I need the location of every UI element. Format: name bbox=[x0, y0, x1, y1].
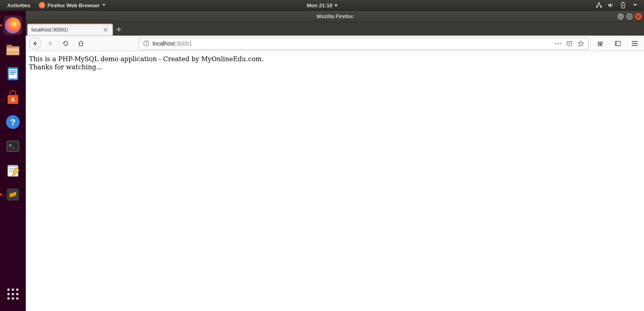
browser-tab[interactable]: localhost:30001/ bbox=[27, 23, 113, 35]
battery-icon[interactable] bbox=[620, 2, 626, 8]
svg-point-32 bbox=[560, 43, 561, 44]
maximize-button[interactable] bbox=[626, 13, 633, 20]
new-tab-button[interactable] bbox=[113, 23, 125, 35]
chevron-down-icon[interactable] bbox=[632, 2, 638, 8]
activities-button[interactable]: Activities bbox=[3, 2, 35, 8]
arrow-left-icon bbox=[32, 40, 38, 47]
svg-rect-0 bbox=[598, 2, 600, 4]
back-button[interactable] bbox=[29, 37, 41, 50]
tab-title: localhost:30001/ bbox=[31, 27, 68, 33]
svg-rect-12 bbox=[10, 72, 16, 73]
close-icon bbox=[104, 28, 108, 32]
pocket-icon bbox=[566, 40, 573, 47]
reload-button[interactable] bbox=[60, 37, 72, 50]
hamburger-icon bbox=[632, 41, 638, 46]
clock-text: Mon 21:10 bbox=[307, 2, 333, 8]
url-port: :30001 bbox=[175, 40, 192, 47]
home-button[interactable] bbox=[75, 37, 87, 50]
app-menu-label: Firefox Web Browser bbox=[48, 2, 100, 8]
shopping-bag-icon: A bbox=[5, 90, 21, 106]
terminal-icon: >_ bbox=[5, 138, 21, 154]
svg-rect-35 bbox=[601, 41, 603, 46]
document-icon bbox=[5, 66, 21, 82]
svg-rect-40 bbox=[632, 45, 638, 46]
chevron-down-icon bbox=[102, 4, 106, 6]
svg-rect-29 bbox=[146, 43, 146, 45]
url-bar[interactable]: localhost:30001 bbox=[139, 37, 588, 50]
launcher-files[interactable] bbox=[3, 40, 23, 59]
svg-rect-13 bbox=[10, 74, 14, 75]
sidebar-button[interactable] bbox=[612, 37, 624, 50]
svg-rect-39 bbox=[632, 43, 638, 44]
launcher-firefox[interactable] bbox=[3, 16, 23, 35]
minimize-button[interactable] bbox=[617, 13, 624, 20]
system-tray bbox=[596, 2, 641, 8]
menu-button[interactable] bbox=[629, 37, 641, 50]
launcher-help[interactable]: ? bbox=[3, 112, 23, 132]
svg-point-30 bbox=[555, 43, 556, 44]
star-icon bbox=[578, 40, 584, 47]
forward-button bbox=[44, 37, 56, 50]
sublime-icon bbox=[5, 187, 21, 203]
close-tab-button[interactable] bbox=[102, 27, 109, 33]
svg-text:?: ? bbox=[10, 117, 15, 127]
plus-icon bbox=[116, 27, 122, 32]
launcher-text-editor[interactable] bbox=[3, 161, 23, 180]
notification-dot-icon bbox=[335, 4, 337, 6]
launcher-terminal[interactable]: >_ bbox=[3, 137, 23, 156]
svg-rect-38 bbox=[632, 41, 638, 42]
app-grid-button[interactable] bbox=[3, 284, 23, 304]
url-text: localhost:30001 bbox=[153, 40, 192, 47]
close-icon bbox=[637, 15, 640, 18]
firefox-window: Mozilla Firefox localhost:30001/ bbox=[26, 11, 644, 311]
ellipsis-icon bbox=[555, 43, 561, 44]
svg-text:A: A bbox=[11, 96, 15, 103]
network-icon[interactable] bbox=[596, 2, 602, 8]
library-button[interactable] bbox=[595, 37, 607, 50]
files-icon bbox=[5, 41, 21, 58]
app-menu[interactable]: Firefox Web Browser bbox=[35, 2, 110, 8]
info-icon[interactable] bbox=[143, 40, 149, 47]
page-actions-button[interactable] bbox=[555, 43, 561, 44]
volume-icon[interactable] bbox=[608, 2, 614, 8]
svg-rect-4 bbox=[622, 2, 624, 3]
grid-icon bbox=[7, 288, 19, 300]
svg-rect-7 bbox=[6, 48, 19, 55]
svg-rect-26 bbox=[628, 15, 631, 18]
svg-rect-1 bbox=[596, 6, 598, 8]
svg-point-28 bbox=[146, 42, 147, 43]
page-line-1: This is a PHP-MySQL demo application - C… bbox=[29, 55, 641, 63]
launcher-writer[interactable] bbox=[3, 64, 23, 83]
ubuntu-launcher: A ? >_ bbox=[0, 11, 26, 311]
tab-strip: localhost:30001/ bbox=[26, 22, 644, 36]
window-titlebar[interactable]: Mozilla Firefox bbox=[26, 11, 644, 22]
svg-rect-11 bbox=[10, 70, 16, 71]
page-line-2: Thanks for watching... bbox=[29, 63, 641, 71]
minimize-icon bbox=[619, 15, 622, 18]
bookmark-button[interactable] bbox=[578, 40, 584, 47]
launcher-software[interactable]: A bbox=[3, 88, 23, 108]
help-icon: ? bbox=[5, 114, 21, 130]
svg-rect-6 bbox=[6, 45, 12, 47]
maximize-icon bbox=[628, 15, 631, 18]
svg-rect-33 bbox=[598, 41, 599, 46]
pocket-button[interactable] bbox=[566, 40, 573, 47]
home-icon bbox=[78, 40, 84, 47]
url-host: localhost bbox=[153, 40, 175, 47]
notepad-icon bbox=[5, 162, 21, 178]
svg-text:>_: >_ bbox=[9, 143, 15, 148]
svg-point-31 bbox=[557, 43, 559, 44]
svg-rect-37 bbox=[615, 41, 617, 46]
nav-toolbar: localhost:30001 bbox=[26, 36, 644, 51]
svg-rect-34 bbox=[600, 41, 601, 46]
launcher-sublime[interactable] bbox=[3, 185, 23, 204]
firefox-icon bbox=[39, 2, 45, 8]
firefox-icon bbox=[5, 17, 21, 33]
window-controls bbox=[617, 13, 642, 20]
library-icon bbox=[598, 40, 604, 47]
clock[interactable]: Mon 21:10 bbox=[307, 2, 338, 8]
svg-rect-2 bbox=[600, 6, 602, 8]
reload-icon bbox=[62, 40, 69, 47]
arrow-right-icon bbox=[47, 40, 54, 47]
close-button[interactable] bbox=[635, 13, 642, 20]
